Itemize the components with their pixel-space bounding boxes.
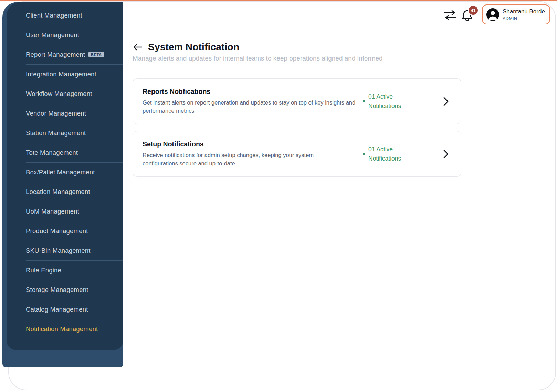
user-role: ADMIN bbox=[503, 16, 545, 21]
status-dot-icon bbox=[363, 153, 365, 155]
sidebar-item-integration-management[interactable]: Integration Management bbox=[7, 64, 123, 84]
status-text: 01 Active Notifications bbox=[368, 145, 410, 163]
page-subtitle: Manage alerts and updates for internal t… bbox=[133, 55, 383, 62]
sidebar-item-sku-bin-management[interactable]: SKU-Bin Management bbox=[7, 241, 123, 260]
back-arrow-icon[interactable] bbox=[133, 41, 143, 53]
sidebar-item-label: Notification Management bbox=[26, 325, 98, 333]
sidebar-item-vendor-management[interactable]: Vendor Management bbox=[7, 104, 123, 123]
active-notifications-status: 01 Active Notifications bbox=[363, 92, 410, 111]
card-description: Get instant alerts on report generation … bbox=[143, 99, 363, 115]
sidebar-item-label: User Management bbox=[26, 31, 79, 39]
sidebar-item-label: Rule Engine bbox=[26, 266, 61, 274]
sidebar-item-tote-management[interactable]: Tote Management bbox=[7, 143, 123, 162]
sidebar-item-label: Location Management bbox=[26, 188, 90, 196]
page-title: System Notification bbox=[148, 42, 239, 53]
beta-badge: BETA bbox=[88, 52, 104, 57]
sidebar-item-location-management[interactable]: Location Management bbox=[7, 182, 123, 202]
card-description: Receive notifications for admin setup ch… bbox=[143, 151, 331, 167]
status-dot-icon bbox=[363, 100, 365, 102]
sidebar-item-storage-management[interactable]: Storage Management bbox=[7, 280, 123, 300]
sidebar-item-client-management[interactable]: Client Management bbox=[7, 6, 123, 25]
sidebar-nav: Client ManagementUser ManagementReport M… bbox=[7, 2, 123, 339]
sidebar-item-label: Station Management bbox=[26, 129, 86, 137]
sidebar-item-box-pallet-management[interactable]: Box/Pallet Management bbox=[7, 162, 123, 182]
sidebar-item-label: Box/Pallet Management bbox=[26, 168, 95, 176]
avatar bbox=[486, 8, 499, 21]
sidebar: Client ManagementUser ManagementReport M… bbox=[2, 2, 123, 367]
page-title-row: System Notification bbox=[133, 41, 239, 53]
sidebar-item-station-management[interactable]: Station Management bbox=[7, 123, 123, 143]
sidebar-item-label: Storage Management bbox=[26, 286, 88, 294]
sidebar-item-label: Report Management bbox=[26, 51, 85, 58]
sidebar-item-label: Integration Management bbox=[26, 70, 96, 78]
notification-cards: Reports Notifications Get instant alerts… bbox=[133, 78, 461, 177]
sidebar-menu-panel: Client ManagementUser ManagementReport M… bbox=[7, 2, 123, 350]
sidebar-item-label: Product Management bbox=[26, 227, 88, 235]
sidebar-item-label: Tote Management bbox=[26, 149, 78, 156]
sidebar-item-product-management[interactable]: Product Management bbox=[7, 221, 123, 241]
sidebar-item-label: Vendor Management bbox=[26, 110, 86, 117]
sidebar-item-label: SKU-Bin Management bbox=[26, 247, 91, 254]
sidebar-item-label: UoM Management bbox=[26, 208, 79, 215]
sidebar-item-report-management[interactable]: Report ManagementBETA bbox=[7, 45, 123, 64]
switch-context-icon[interactable] bbox=[443, 10, 457, 21]
card-title: Setup Notifications bbox=[143, 140, 331, 148]
status-text: 01 Active Notifications bbox=[368, 92, 410, 111]
sidebar-item-label: Workflow Management bbox=[26, 90, 92, 98]
chevron-right-icon[interactable] bbox=[443, 97, 449, 106]
setup-notifications-card[interactable]: Setup Notifications Receive notification… bbox=[133, 131, 461, 177]
reports-notifications-card[interactable]: Reports Notifications Get instant alerts… bbox=[133, 78, 461, 124]
sidebar-item-workflow-management[interactable]: Workflow Management bbox=[7, 84, 123, 104]
chevron-right-icon[interactable] bbox=[443, 150, 449, 159]
user-profile-chip[interactable]: Shantanu Borde ADMIN bbox=[482, 4, 550, 24]
notification-count-badge[interactable]: 41 bbox=[468, 5, 479, 15]
sidebar-item-catalog-management[interactable]: Catalog Management bbox=[7, 300, 123, 319]
active-notifications-status: 01 Active Notifications bbox=[363, 145, 410, 163]
sidebar-item-notification-management[interactable]: Notification Management bbox=[7, 319, 123, 339]
sidebar-item-rule-engine[interactable]: Rule Engine bbox=[7, 260, 123, 280]
card-title: Reports Notifications bbox=[143, 88, 363, 96]
sidebar-item-user-management[interactable]: User Management bbox=[7, 25, 123, 45]
sidebar-item-uom-management[interactable]: UoM Management bbox=[7, 202, 123, 221]
sidebar-item-label: Catalog Management bbox=[26, 306, 88, 313]
user-name: Shantanu Borde bbox=[503, 8, 545, 15]
top-accent-bar bbox=[0, 0, 557, 1]
sidebar-item-label: Client Management bbox=[26, 12, 82, 19]
